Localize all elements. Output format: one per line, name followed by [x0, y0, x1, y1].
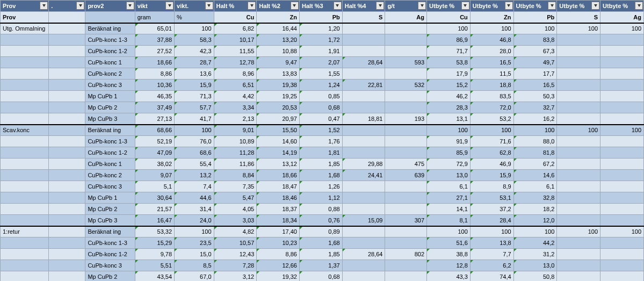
data-cell[interactable]: 9,47	[257, 57, 300, 68]
data-cell[interactable]: 37,88	[135, 34, 174, 46]
data-cell[interactable]: 13,8	[470, 237, 513, 249]
data-cell[interactable]	[600, 68, 644, 80]
data-cell[interactable]: 8,96	[214, 68, 257, 80]
data-cell[interactable]	[557, 170, 600, 181]
data-cell[interactable]: 16,2	[513, 113, 557, 125]
data-cell[interactable]: 74,4	[470, 271, 513, 282]
data-cell[interactable]: 50,3	[513, 91, 557, 102]
data-cell[interactable]: 53,8	[427, 57, 471, 68]
filter-dropdown-icon[interactable]	[291, 2, 299, 10]
filter-dropdown-icon[interactable]	[635, 2, 643, 10]
data-cell[interactable]: 1,76	[299, 136, 342, 147]
data-cell[interactable]: 67,3	[513, 46, 557, 57]
data-cell[interactable]: 0,88	[299, 204, 342, 215]
data-cell[interactable]: 10,17	[214, 34, 257, 46]
column-header[interactable]: prov2	[85, 1, 135, 12]
data-cell[interactable]: 1,68	[299, 170, 342, 181]
data-cell[interactable]: 7,28	[214, 260, 257, 271]
data-cell[interactable]	[600, 215, 644, 226]
data-cell[interactable]: 53,1	[470, 192, 513, 204]
filter-dropdown-icon[interactable]	[376, 2, 384, 10]
data-cell[interactable]: 17,9	[427, 68, 471, 80]
data-cell[interactable]: 100	[175, 125, 214, 136]
data-cell[interactable]	[385, 237, 427, 249]
data-cell[interactable]: 37,49	[135, 102, 174, 113]
data-cell[interactable]: 100	[600, 226, 644, 237]
data-cell[interactable]: 3,12	[214, 271, 257, 282]
data-cell[interactable]	[385, 271, 427, 282]
data-cell[interactable]: 38,8	[427, 249, 471, 260]
data-cell[interactable]: 100	[470, 125, 513, 136]
data-cell[interactable]	[342, 192, 385, 204]
data-cell[interactable]	[557, 68, 600, 80]
data-cell[interactable]: 1,68	[299, 237, 342, 249]
data-cell[interactable]: 100	[470, 226, 513, 237]
data-cell[interactable]: 100	[557, 23, 600, 34]
data-cell[interactable]	[342, 271, 385, 282]
data-cell[interactable]: 18,66	[257, 170, 300, 181]
data-cell[interactable]: 10,36	[135, 80, 174, 91]
data-cell[interactable]: 3,34	[214, 102, 257, 113]
data-cell[interactable]: 67,0	[175, 271, 214, 282]
data-cell[interactable]: 1,24	[299, 80, 342, 91]
data-cell[interactable]: 47,09	[135, 147, 174, 158]
data-cell[interactable]: 8,9	[470, 181, 513, 192]
filter-dropdown-icon[interactable]	[40, 2, 48, 10]
data-cell[interactable]: 13,20	[257, 34, 300, 46]
data-cell[interactable]: 41,7	[175, 113, 214, 125]
data-cell[interactable]: 7,4	[175, 181, 214, 192]
data-cell[interactable]: 100	[557, 125, 600, 136]
data-cell[interactable]: 43,3	[427, 271, 471, 282]
data-cell[interactable]: 1,91	[299, 46, 342, 57]
data-cell[interactable]: 4,05	[214, 204, 257, 215]
data-cell[interactable]: 85,9	[427, 147, 471, 158]
data-cell[interactable]	[342, 34, 385, 46]
data-cell[interactable]	[557, 249, 600, 260]
data-cell[interactable]: 0,85	[299, 91, 342, 102]
data-cell[interactable]: 1,12	[299, 192, 342, 204]
filter-dropdown-icon[interactable]	[205, 2, 213, 10]
data-cell[interactable]: 15,9	[175, 80, 214, 91]
column-header[interactable]: Utbyte %	[513, 1, 557, 12]
column-header[interactable]: Prov	[1, 1, 49, 12]
column-header[interactable]: g/t	[385, 1, 427, 12]
data-cell[interactable]: 32,8	[513, 192, 557, 204]
data-cell[interactable]: 58,3	[175, 34, 214, 46]
data-cell[interactable]	[557, 215, 600, 226]
data-cell[interactable]: 10,57	[214, 237, 257, 249]
data-cell[interactable]: 23,5	[175, 237, 214, 249]
data-cell[interactable]: 17,40	[257, 226, 300, 237]
data-cell[interactable]	[385, 204, 427, 215]
filter-dropdown-icon[interactable]	[505, 2, 513, 10]
data-cell[interactable]	[342, 125, 385, 136]
data-cell[interactable]	[557, 136, 600, 147]
data-cell[interactable]	[600, 57, 644, 68]
data-cell[interactable]	[600, 80, 644, 91]
data-cell[interactable]: 100	[557, 226, 600, 237]
data-cell[interactable]: 193	[385, 113, 427, 125]
data-cell[interactable]	[600, 46, 644, 57]
data-cell[interactable]: 13,0	[513, 260, 557, 271]
data-cell[interactable]: 16,5	[470, 57, 513, 68]
filter-dropdown-icon[interactable]	[165, 2, 173, 10]
data-cell[interactable]: 1,26	[299, 181, 342, 192]
data-cell[interactable]: 57,7	[175, 102, 214, 113]
data-cell[interactable]: 9,78	[135, 249, 174, 260]
data-cell[interactable]: 10,23	[257, 237, 300, 249]
column-header[interactable]: Halt %	[214, 1, 257, 12]
data-cell[interactable]	[385, 125, 427, 136]
data-cell[interactable]: 46,35	[135, 91, 174, 102]
data-cell[interactable]	[557, 192, 600, 204]
data-cell[interactable]	[600, 170, 644, 181]
data-cell[interactable]	[557, 102, 600, 113]
data-cell[interactable]: 15,9	[470, 170, 513, 181]
data-cell[interactable]: 307	[385, 215, 427, 226]
data-cell[interactable]: 62,8	[470, 147, 513, 158]
data-cell[interactable]: 12,66	[257, 260, 300, 271]
data-cell[interactable]: 1,85	[299, 249, 342, 260]
data-cell[interactable]: 802	[385, 249, 427, 260]
data-cell[interactable]	[385, 46, 427, 57]
data-cell[interactable]	[557, 91, 600, 102]
data-cell[interactable]	[600, 260, 644, 271]
data-cell[interactable]	[385, 136, 427, 147]
